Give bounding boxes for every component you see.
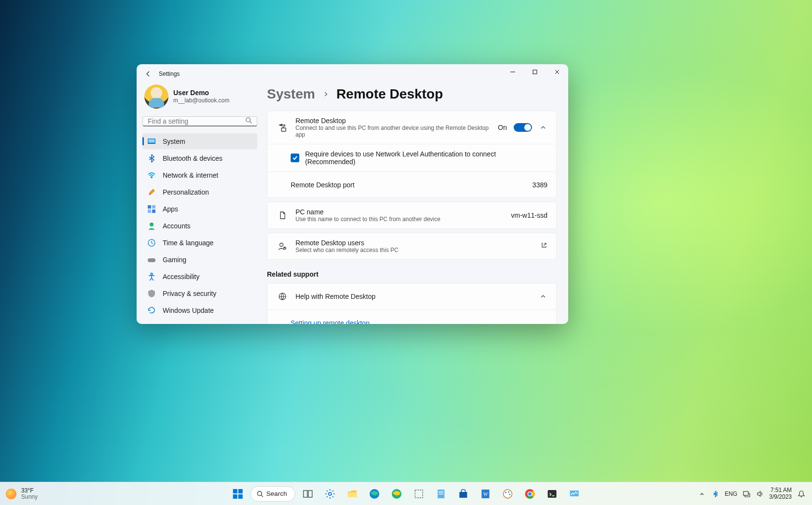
rdp-title: Remote Desktop xyxy=(295,117,498,125)
port-value: 3389 xyxy=(532,181,547,189)
accessibility-icon xyxy=(147,272,156,281)
svg-rect-28 xyxy=(415,490,422,498)
brush-icon xyxy=(147,188,156,196)
sidebar-item-personalization[interactable]: Personalization xyxy=(142,184,257,200)
sidebar-item-network[interactable]: Network & internet xyxy=(142,167,257,183)
gamepad-icon xyxy=(147,255,156,264)
user-block[interactable]: User Demo m__lab@outlook.com xyxy=(142,84,257,116)
sidebar-item-bluetooth[interactable]: Bluetooth & devices xyxy=(142,150,257,166)
close-button[interactable] xyxy=(546,64,568,80)
taskbar-app-word[interactable]: W xyxy=(476,484,495,504)
bluetooth-tray-icon[interactable] xyxy=(711,490,720,498)
taskbar: 33°F Sunny Search W xyxy=(0,482,812,505)
user-email: m__lab@outlook.com xyxy=(173,97,229,104)
remote-desktop-card: Remote Desktop Connect to and use this P… xyxy=(267,111,557,198)
sidebar-item-update[interactable]: Windows Update xyxy=(142,302,257,318)
volume-tray-icon[interactable] xyxy=(756,490,764,498)
network-tray-icon[interactable] xyxy=(742,490,751,498)
svg-point-44 xyxy=(528,492,532,495)
sidebar-label: Network & internet xyxy=(163,171,218,179)
sidebar-item-accessibility[interactable]: Accessibility xyxy=(142,268,257,284)
pc-name-row[interactable]: PC name Use this name to connect to this… xyxy=(267,202,556,228)
svg-rect-0 xyxy=(533,70,537,74)
apps-icon xyxy=(147,205,156,213)
taskbar-app-explorer[interactable] xyxy=(342,484,362,504)
breadcrumb-parent[interactable]: System xyxy=(267,86,315,102)
document-icon xyxy=(276,211,289,220)
svg-rect-8 xyxy=(152,210,155,213)
taskbar-app-monitor[interactable] xyxy=(564,484,584,504)
taskbar-app-terminal[interactable] xyxy=(542,484,561,504)
maximize-button[interactable] xyxy=(524,64,546,80)
search-box[interactable] xyxy=(142,116,257,126)
sidebar-item-accounts[interactable]: Accounts xyxy=(142,218,257,234)
bluetooth-icon xyxy=(147,154,156,163)
start-button[interactable] xyxy=(228,484,248,504)
svg-rect-19 xyxy=(233,494,238,499)
task-view-button[interactable] xyxy=(298,484,317,504)
notifications-icon[interactable] xyxy=(797,489,806,499)
sidebar-item-apps[interactable]: Apps xyxy=(142,201,257,217)
help-row[interactable]: Help with Remote Desktop xyxy=(267,283,556,309)
sidebar: User Demo m__lab@outlook.com System xyxy=(137,84,263,324)
tray-clock[interactable]: 7:51 AM 3/9/2023 xyxy=(769,487,792,501)
chevron-right-icon xyxy=(323,89,329,99)
svg-rect-13 xyxy=(281,128,286,131)
rdp-users-row[interactable]: Remote Desktop users Select who can remo… xyxy=(267,233,556,259)
help-link[interactable]: Setting up remote desktop xyxy=(291,319,369,324)
avatar xyxy=(144,84,168,109)
sidebar-label: Personalization xyxy=(163,188,209,196)
svg-rect-11 xyxy=(148,258,155,262)
svg-rect-3 xyxy=(148,139,155,142)
svg-point-39 xyxy=(509,493,510,495)
taskbar-weather[interactable]: 33°F Sunny xyxy=(0,488,38,500)
tray-language[interactable]: ENG xyxy=(725,491,737,497)
help-link-row[interactable]: Setting up remote desktop xyxy=(267,309,556,324)
sidebar-item-time[interactable]: Time & language xyxy=(142,235,257,251)
taskbar-app-paint[interactable] xyxy=(498,484,517,504)
taskbar-app-edge-dev[interactable] xyxy=(387,484,406,504)
svg-point-24 xyxy=(328,492,331,495)
shield-icon xyxy=(147,289,156,298)
taskbar-app-chrome[interactable] xyxy=(520,484,539,504)
collapse-button[interactable] xyxy=(539,292,547,301)
rdp-toggle[interactable] xyxy=(514,123,532,132)
svg-rect-20 xyxy=(238,494,243,499)
sidebar-label: Privacy & security xyxy=(163,290,216,297)
svg-point-12 xyxy=(151,273,153,275)
sidebar-item-gaming[interactable]: Gaming xyxy=(142,252,257,267)
weather-temp: 33°F xyxy=(21,488,38,494)
minimize-button[interactable] xyxy=(502,64,524,80)
nla-row[interactable]: Require devices to use Network Level Aut… xyxy=(267,144,556,171)
sidebar-label: Accounts xyxy=(163,222,191,230)
user-name: User Demo xyxy=(173,89,229,98)
sun-icon xyxy=(6,489,16,499)
remote-desktop-row[interactable]: Remote Desktop Connect to and use this P… xyxy=(267,111,556,144)
search-icon xyxy=(245,117,252,126)
svg-point-21 xyxy=(257,491,262,495)
globe-icon xyxy=(276,292,289,301)
taskbar-app-snip[interactable] xyxy=(409,484,428,504)
help-title: Help with Remote Desktop xyxy=(295,293,376,300)
taskbar-search[interactable]: Search xyxy=(251,486,295,502)
search-input[interactable] xyxy=(148,117,245,125)
tray-time: 7:51 AM xyxy=(769,487,792,494)
expand-button[interactable] xyxy=(539,123,547,132)
taskbar-app-edge[interactable] xyxy=(364,484,384,504)
nla-label: Require devices to use Network Level Aut… xyxy=(305,150,547,166)
nla-checkbox[interactable] xyxy=(291,154,299,162)
tray-expand-icon[interactable] xyxy=(698,490,706,498)
rdp-users-subtitle: Select who can remotely access this PC xyxy=(295,247,541,253)
sidebar-item-system[interactable]: System xyxy=(142,133,257,149)
svg-point-37 xyxy=(505,491,506,493)
svg-rect-47 xyxy=(743,491,748,495)
external-link-icon xyxy=(541,242,547,251)
taskbar-app-settings[interactable] xyxy=(320,484,339,504)
taskbar-app-store[interactable] xyxy=(453,484,473,504)
taskbar-app-notepad[interactable] xyxy=(431,484,450,504)
pc-name-subtitle: Use this name to connect to this PC from… xyxy=(295,216,511,223)
svg-text:W: W xyxy=(483,491,488,497)
back-button[interactable] xyxy=(143,69,153,79)
pc-name-value: vm-w11-ssd xyxy=(511,211,547,219)
sidebar-item-privacy[interactable]: Privacy & security xyxy=(142,285,257,301)
